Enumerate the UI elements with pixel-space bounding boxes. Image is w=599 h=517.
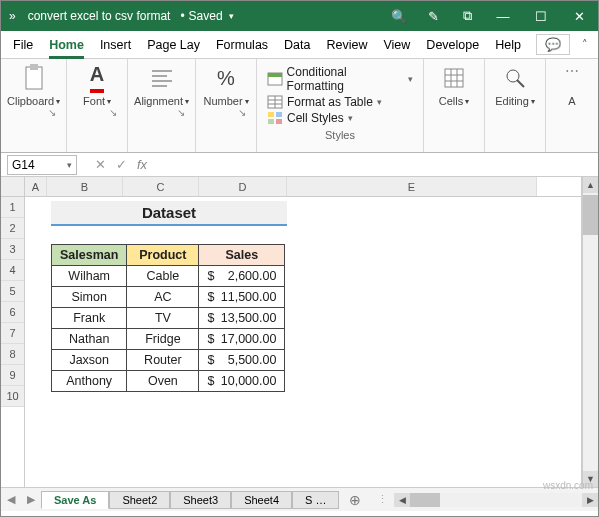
column-header[interactable]: A	[25, 177, 47, 196]
cell-product[interactable]: Cable	[127, 266, 199, 287]
row-header[interactable]: 10	[1, 386, 24, 407]
cell-sales[interactable]: $17,000.00	[199, 329, 285, 350]
sheet-tab[interactable]: Sheet3	[170, 491, 231, 509]
column-header[interactable]: C	[123, 177, 199, 196]
search-icon[interactable]: 🔍	[382, 9, 416, 24]
group-overflow: ⋯ A	[546, 59, 598, 152]
fx-icon[interactable]: fx	[137, 157, 147, 172]
cell-product[interactable]: Router	[127, 350, 199, 371]
group-launcher-icon[interactable]: ↘	[109, 107, 121, 118]
row-header[interactable]: 8	[1, 344, 24, 365]
comments-button[interactable]: 💬	[536, 34, 570, 55]
dataset-title: Dataset	[51, 201, 287, 226]
tab-page-layout[interactable]: Page Lay	[139, 31, 208, 58]
cell-product[interactable]: AC	[127, 287, 199, 308]
cell-sales[interactable]: $10,000.00	[199, 371, 285, 392]
header-sales[interactable]: Sales	[199, 245, 285, 266]
editing-button[interactable]: Editing▾	[491, 63, 539, 107]
cell-salesman[interactable]: Simon	[52, 287, 127, 308]
maximize-button[interactable]: ☐	[522, 9, 560, 24]
accept-formula-icon[interactable]: ✓	[116, 157, 127, 172]
scroll-track[interactable]	[410, 493, 582, 507]
tab-insert[interactable]: Insert	[92, 31, 139, 58]
row-header[interactable]: 2	[1, 218, 24, 239]
minimize-button[interactable]: —	[484, 9, 522, 24]
tab-file[interactable]: File	[5, 31, 41, 58]
row-header[interactable]: 3	[1, 239, 24, 260]
tab-split-handle[interactable]: ⋮	[371, 493, 394, 506]
sheet-tab[interactable]: S …	[292, 491, 339, 509]
alignment-button[interactable]: Alignment▾	[134, 63, 189, 107]
scroll-thumb[interactable]	[410, 493, 440, 507]
tab-formulas[interactable]: Formulas	[208, 31, 276, 58]
cell-sales[interactable]: $2,600.00	[199, 266, 285, 287]
tab-review[interactable]: Review	[318, 31, 375, 58]
sheet-nav-next-icon[interactable]: ▶	[21, 493, 41, 506]
vertical-scrollbar[interactable]: ▲ ▼	[582, 177, 598, 487]
cell-salesman[interactable]: Jaxson	[52, 350, 127, 371]
format-as-table-icon	[267, 95, 283, 109]
tab-data[interactable]: Data	[276, 31, 318, 58]
number-button[interactable]: % Number▾	[202, 63, 250, 107]
cell-salesman[interactable]: Wilham	[52, 266, 127, 287]
cell-product[interactable]: Oven	[127, 371, 199, 392]
scroll-track[interactable]	[583, 235, 598, 471]
scroll-right-icon[interactable]: ▶	[582, 493, 598, 507]
font-button[interactable]: A Font▾	[73, 63, 121, 107]
name-box[interactable]: G14 ▾	[7, 155, 77, 175]
cell-styles-button[interactable]: Cell Styles▾	[267, 111, 413, 125]
cell-sales[interactable]: $5,500.00	[199, 350, 285, 371]
sheet-nav-prev-icon[interactable]: ◀	[1, 493, 21, 506]
column-header[interactable]: B	[47, 177, 123, 196]
conditional-formatting-button[interactable]: Conditional Formatting▾	[267, 65, 413, 93]
tab-view[interactable]: View	[375, 31, 418, 58]
title-dropdown-icon[interactable]: ▾	[223, 11, 240, 21]
scroll-up-icon[interactable]: ▲	[583, 177, 598, 193]
cell-sales[interactable]: $11,500.00	[199, 287, 285, 308]
column-header[interactable]: E	[287, 177, 537, 196]
row-header[interactable]: 1	[1, 197, 24, 218]
close-button[interactable]: ✕	[560, 9, 598, 24]
sheet-tab[interactable]: Sheet2	[109, 491, 170, 509]
sheet-tab-active[interactable]: Save As	[41, 491, 109, 509]
row-header[interactable]: 5	[1, 281, 24, 302]
cell-salesman[interactable]: Frank	[52, 308, 127, 329]
cells-button[interactable]: Cells▾	[430, 63, 478, 107]
chevron-down-icon: ▾	[185, 97, 189, 106]
chevron-down-icon: ▾	[408, 74, 413, 84]
analyze-button[interactable]: ⋯ A	[548, 63, 596, 107]
scroll-left-icon[interactable]: ◀	[394, 493, 410, 507]
ribbon-collapse-icon[interactable]: ˄	[576, 38, 594, 51]
select-all-corner[interactable]	[1, 177, 24, 197]
horizontal-scrollbar[interactable]: ◀ ▶	[394, 493, 598, 507]
cancel-formula-icon[interactable]: ✕	[95, 157, 106, 172]
table-row: AnthonyOven$10,000.00	[52, 371, 285, 392]
cell-product[interactable]: Fridge	[127, 329, 199, 350]
scroll-thumb[interactable]	[583, 195, 598, 235]
header-salesman[interactable]: Salesman	[52, 245, 127, 266]
column-header[interactable]: D	[199, 177, 287, 196]
tab-developer[interactable]: Develope	[418, 31, 487, 58]
new-sheet-button[interactable]: ⊕	[339, 492, 371, 508]
tab-home[interactable]: Home	[41, 31, 92, 58]
quick-access-more-icon[interactable]: »	[1, 9, 22, 23]
pen-icon[interactable]: ✎	[416, 9, 450, 24]
group-launcher-icon[interactable]: ↘	[48, 107, 60, 118]
cell-product[interactable]: TV	[127, 308, 199, 329]
paste-button[interactable]: Clipboard▾	[7, 63, 60, 107]
cell-salesman[interactable]: Nathan	[52, 329, 127, 350]
tab-help[interactable]: Help	[487, 31, 529, 58]
header-product[interactable]: Product	[127, 245, 199, 266]
cell-salesman[interactable]: Anthony	[52, 371, 127, 392]
format-as-table-button[interactable]: Format as Table▾	[267, 95, 413, 109]
window-mode-icon[interactable]: ⧉	[450, 8, 484, 24]
group-launcher-icon[interactable]: ↘	[238, 107, 250, 118]
cell-sales[interactable]: $13,500.00	[199, 308, 285, 329]
sheet-tab[interactable]: Sheet4	[231, 491, 292, 509]
group-launcher-icon[interactable]: ↘	[177, 107, 189, 118]
row-header[interactable]: 7	[1, 323, 24, 344]
sheet-body[interactable]: Dataset Salesman Product Sales WilhamCab…	[25, 197, 581, 477]
row-header[interactable]: 9	[1, 365, 24, 386]
row-header[interactable]: 4	[1, 260, 24, 281]
row-header[interactable]: 6	[1, 302, 24, 323]
